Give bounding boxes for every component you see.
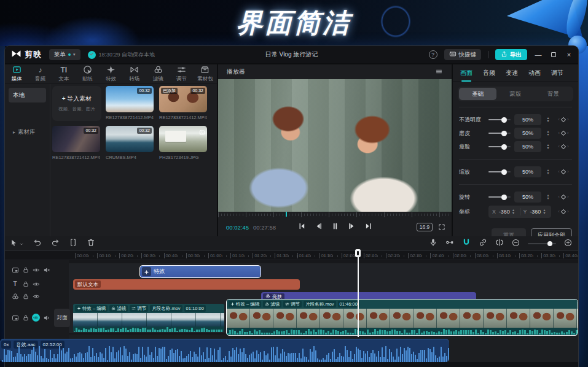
media-tab-audio[interactable]: ♪音频	[28, 64, 52, 83]
track2-lock-toggle[interactable]	[22, 280, 29, 288]
track4-speaker-toggle[interactable]	[42, 314, 50, 322]
help-button[interactable]: ?	[429, 50, 437, 59]
player-scrubber[interactable]	[218, 212, 452, 218]
value-stepper[interactable]: ▴▾	[545, 194, 551, 200]
slider-value-field[interactable]: 50%	[514, 128, 541, 139]
inspector-tab-变速[interactable]: 变速	[506, 64, 518, 82]
value-stepper[interactable]: ▴▾	[545, 117, 551, 123]
slider-value-field[interactable]: 50%	[514, 166, 541, 177]
media-sidebar-item-library[interactable]: ▸素材库	[9, 125, 46, 139]
timeline-ruler[interactable]: 00:0000:1000:2000:3000:4000:5001:0001:10…	[5, 251, 578, 260]
keyframe-diamond-icon[interactable]	[561, 131, 566, 136]
track1-pip-toggle[interactable]	[11, 266, 19, 274]
track4-eye-toggle[interactable]	[32, 314, 40, 322]
media-tab-effects[interactable]: 特效	[99, 64, 122, 83]
keyframe-diamond-icon[interactable]	[561, 195, 566, 199]
track2-tletter-toggle[interactable]: T	[11, 280, 19, 288]
slider-thumb[interactable]	[501, 144, 507, 150]
video-preview[interactable]	[218, 79, 452, 212]
track1-eye-toggle[interactable]	[32, 266, 40, 274]
slider-value-field[interactable]: 50%	[514, 191, 541, 203]
slider-thumb[interactable]	[501, 195, 507, 200]
media-item-thumbnail[interactable]: 00:32	[52, 126, 100, 152]
value-stepper[interactable]: ▴▾	[545, 169, 551, 175]
timeline-zoom-out-button[interactable]	[512, 238, 520, 249]
media-sidebar-item-local[interactable]: 本地	[9, 88, 46, 102]
media-item-thumbnail[interactable]: 00:32	[106, 86, 154, 112]
slider-value-field[interactable]: 50%	[514, 141, 541, 152]
slider-value-field[interactable]: 50%	[514, 114, 541, 125]
zoom-slider-thumb[interactable]	[547, 241, 552, 246]
shortcuts-button[interactable]: 快捷键	[444, 49, 482, 60]
effect-clip[interactable]: 特效	[139, 265, 261, 278]
inspector-subtab-蒙版[interactable]: 蒙版	[496, 88, 534, 100]
preview-axis-toggle[interactable]	[495, 238, 504, 249]
timeline-zoom-in-button[interactable]	[564, 238, 572, 249]
track3-lock-toggle[interactable]	[22, 292, 29, 300]
record-voiceover-button[interactable]	[429, 238, 437, 249]
slider-thumb[interactable]	[501, 169, 507, 175]
keyframe-control[interactable]: ‹›	[555, 117, 572, 122]
track4-lock-toggle[interactable]	[22, 314, 29, 322]
minimize-button[interactable]: —	[534, 51, 543, 58]
x-stepper[interactable]: ▴▾	[511, 209, 517, 215]
export-button[interactable]: 导出	[495, 49, 527, 60]
inspector-subtab-背景[interactable]: 背景	[535, 88, 572, 100]
keyframe-control[interactable]: ‹›	[555, 169, 572, 174]
media-tab-transition[interactable]: 转场	[123, 64, 146, 83]
slider-track[interactable]	[488, 133, 511, 134]
track2-eye-toggle[interactable]	[32, 280, 40, 288]
keyframe-diamond-icon[interactable]	[561, 209, 566, 214]
media-tab-adjust[interactable]: 调节	[170, 64, 193, 83]
media-item-thumbnail[interactable]: 00:32	[106, 126, 154, 152]
inspector-tab-调节[interactable]: 调节	[551, 64, 563, 82]
keyframe-diamond-icon[interactable]	[561, 169, 566, 174]
value-stepper[interactable]: ▴▾	[545, 144, 551, 150]
redo-button[interactable]	[51, 238, 60, 249]
link-clips-toggle[interactable]	[479, 238, 487, 249]
select-tool-button[interactable]	[10, 238, 24, 249]
media-tab-text[interactable]: TI文本	[52, 64, 76, 83]
aspect-ratio-button[interactable]: 16:9	[417, 223, 433, 231]
media-tab-sticker[interactable]: 贴纸	[76, 64, 99, 83]
next-frame-button[interactable]	[348, 222, 356, 233]
video-clip-1[interactable]: 特效 – 编辑 滤镜 调节 片段名称.mov 01:10:00	[73, 304, 224, 332]
media-tab-media[interactable]: 媒体	[5, 64, 28, 83]
media-item-thumbnail[interactable]	[159, 126, 207, 152]
slider-thumb[interactable]	[501, 131, 507, 136]
maximize-button[interactable]	[549, 51, 558, 58]
inspector-tab-动画[interactable]: 动画	[528, 64, 541, 82]
slider-track[interactable]	[488, 146, 511, 147]
x-value-field[interactable]: -360	[498, 209, 510, 215]
media-tab-pack[interactable]: 素材包	[194, 64, 217, 83]
keyframe-control[interactable]: ‹›	[555, 195, 572, 199]
y-stepper[interactable]: ▴▾	[541, 209, 547, 215]
text-clip[interactable]: 默认文本	[73, 279, 300, 290]
track3-eye-toggle[interactable]	[32, 292, 40, 300]
media-item-thumbnail[interactable]: 已添加00:32	[159, 86, 207, 112]
slider-thumb[interactable]	[501, 117, 507, 123]
keyframe-button[interactable]	[445, 238, 454, 249]
coordinates-keyframe[interactable]: ‹›	[555, 209, 572, 214]
fullscreen-icon[interactable]	[438, 223, 445, 231]
delete-button[interactable]	[87, 238, 95, 249]
inspector-tab-画面[interactable]: 画面	[460, 64, 472, 82]
undo-button[interactable]	[33, 238, 42, 249]
split-clip-button[interactable]	[69, 238, 77, 249]
snap-magnet-toggle[interactable]	[462, 238, 471, 249]
track3-filter3-toggle[interactable]	[11, 292, 19, 300]
skip-to-end-button[interactable]	[364, 222, 372, 233]
slider-track[interactable]	[488, 171, 511, 172]
timeline-zoom-slider[interactable]	[528, 243, 556, 244]
cover-button[interactable]: 封面	[54, 309, 70, 327]
keyframe-diamond-icon[interactable]	[561, 144, 566, 149]
import-material-card[interactable]: + 导入素材 视频、音频、图片	[52, 86, 101, 121]
playhead-handle[interactable]	[355, 249, 361, 257]
slider-track[interactable]	[488, 196, 511, 198]
playhead-line[interactable]	[358, 251, 359, 337]
audio-clip[interactable]: 0x 音效.aac 02:52:00	[0, 339, 449, 362]
track4-pip-toggle[interactable]	[11, 314, 19, 322]
inspector-subtab-基础[interactable]: 基础	[459, 88, 496, 100]
player-menu-icon[interactable]	[435, 68, 443, 77]
video-clip-2-selected[interactable]: 特效 – 编辑 滤镜 调节 片段名称.mov 01:46:00	[226, 299, 578, 336]
